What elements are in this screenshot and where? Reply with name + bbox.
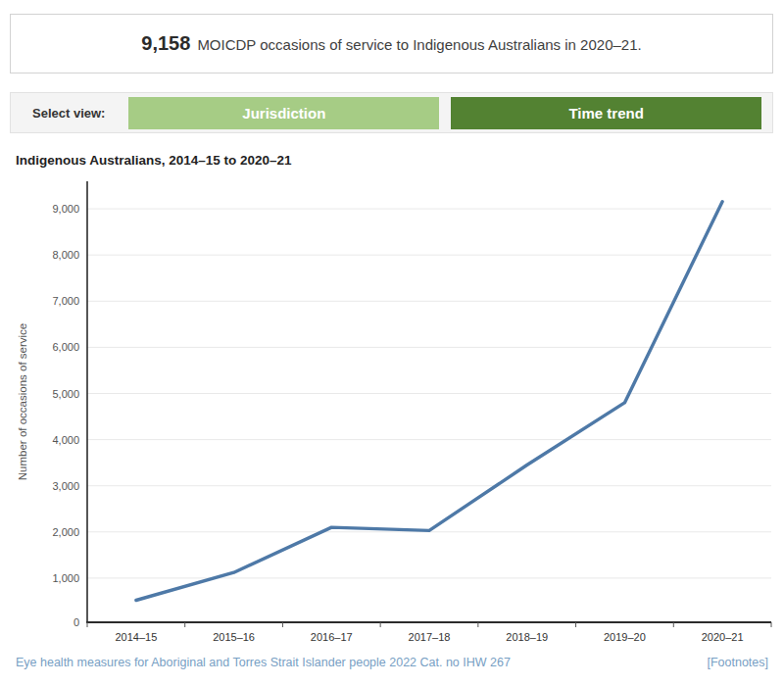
x-tick-label: 2014–15 (115, 631, 157, 643)
series-line-indigenous-australians[interactable] (136, 202, 722, 601)
y-tick-label: 2,000 (52, 526, 79, 538)
x-tick-label: 2015–16 (213, 631, 255, 643)
y-tick-label: 4,000 (52, 434, 79, 446)
y-tick-label: 0 (74, 616, 79, 628)
y-tick-label: 1,000 (52, 572, 79, 584)
x-tick-label: 2017–18 (409, 631, 451, 643)
footnotes-link[interactable]: [Footnotes] (707, 656, 768, 669)
x-tick-label: 2019–20 (604, 631, 646, 643)
y-axis-title: Number of occasions of service (17, 323, 28, 480)
y-tick-label: 5,000 (52, 388, 79, 400)
source-link[interactable]: Eye health measures for Aboriginal and T… (16, 656, 604, 669)
dashboard: 9,158 MOICDP occasions of service to Ind… (0, 0, 784, 686)
y-tick-label: 7,000 (52, 295, 79, 307)
time-trend-line-chart[interactable]: 01,0002,0003,0004,0005,0006,0007,0008,00… (0, 0, 784, 686)
y-tick-label: 9,000 (52, 203, 79, 215)
x-tick-label: 2020–21 (702, 631, 744, 643)
y-tick-label: 6,000 (52, 341, 79, 353)
y-tick-label: 8,000 (52, 249, 79, 261)
x-tick-label: 2018–19 (506, 631, 548, 643)
y-tick-label: 3,000 (52, 480, 79, 492)
x-tick-label: 2016–17 (311, 631, 353, 643)
